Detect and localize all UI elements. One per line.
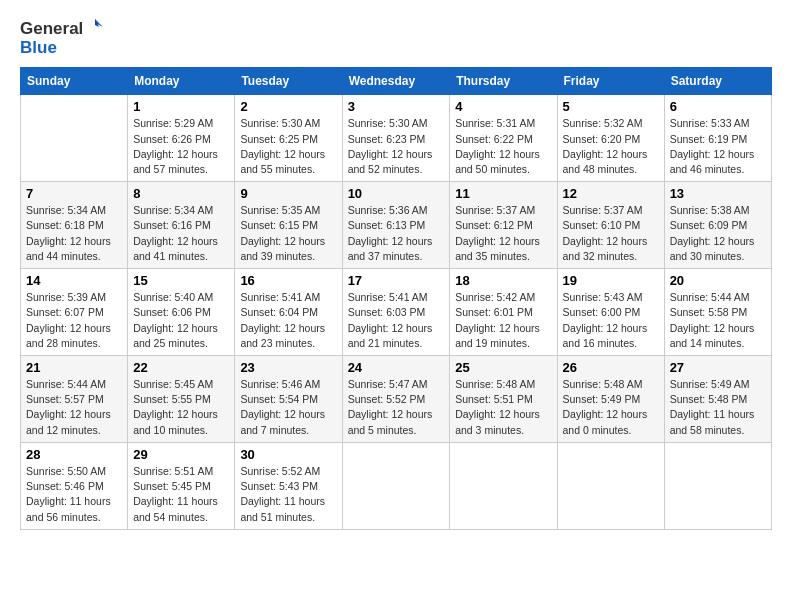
day-number: 6 bbox=[670, 99, 766, 114]
day-info: Sunrise: 5:51 AM Sunset: 5:45 PM Dayligh… bbox=[133, 464, 229, 525]
day-number: 19 bbox=[563, 273, 659, 288]
column-header-friday: Friday bbox=[557, 68, 664, 95]
calendar-cell bbox=[342, 442, 450, 529]
column-header-saturday: Saturday bbox=[664, 68, 771, 95]
day-number: 3 bbox=[348, 99, 445, 114]
day-number: 1 bbox=[133, 99, 229, 114]
day-number: 9 bbox=[240, 186, 336, 201]
header-row: SundayMondayTuesdayWednesdayThursdayFrid… bbox=[21, 68, 772, 95]
day-number: 12 bbox=[563, 186, 659, 201]
calendar-cell: 19Sunrise: 5:43 AM Sunset: 6:00 PM Dayli… bbox=[557, 269, 664, 356]
column-header-wednesday: Wednesday bbox=[342, 68, 450, 95]
day-info: Sunrise: 5:48 AM Sunset: 5:49 PM Dayligh… bbox=[563, 377, 659, 438]
day-number: 10 bbox=[348, 186, 445, 201]
calendar-cell: 13Sunrise: 5:38 AM Sunset: 6:09 PM Dayli… bbox=[664, 182, 771, 269]
calendar-cell: 23Sunrise: 5:46 AM Sunset: 5:54 PM Dayli… bbox=[235, 356, 342, 443]
week-row-2: 7Sunrise: 5:34 AM Sunset: 6:18 PM Daylig… bbox=[21, 182, 772, 269]
week-row-4: 21Sunrise: 5:44 AM Sunset: 5:57 PM Dayli… bbox=[21, 356, 772, 443]
calendar-cell: 30Sunrise: 5:52 AM Sunset: 5:43 PM Dayli… bbox=[235, 442, 342, 529]
day-number: 5 bbox=[563, 99, 659, 114]
calendar-cell: 20Sunrise: 5:44 AM Sunset: 5:58 PM Dayli… bbox=[664, 269, 771, 356]
calendar-cell: 24Sunrise: 5:47 AM Sunset: 5:52 PM Dayli… bbox=[342, 356, 450, 443]
day-info: Sunrise: 5:43 AM Sunset: 6:00 PM Dayligh… bbox=[563, 290, 659, 351]
calendar-cell: 5Sunrise: 5:32 AM Sunset: 6:20 PM Daylig… bbox=[557, 95, 664, 182]
day-number: 14 bbox=[26, 273, 122, 288]
day-number: 13 bbox=[670, 186, 766, 201]
day-number: 28 bbox=[26, 447, 122, 462]
day-info: Sunrise: 5:42 AM Sunset: 6:01 PM Dayligh… bbox=[455, 290, 551, 351]
day-info: Sunrise: 5:32 AM Sunset: 6:20 PM Dayligh… bbox=[563, 116, 659, 177]
day-number: 24 bbox=[348, 360, 445, 375]
day-info: Sunrise: 5:39 AM Sunset: 6:07 PM Dayligh… bbox=[26, 290, 122, 351]
day-number: 26 bbox=[563, 360, 659, 375]
day-info: Sunrise: 5:34 AM Sunset: 6:18 PM Dayligh… bbox=[26, 203, 122, 264]
calendar-cell: 14Sunrise: 5:39 AM Sunset: 6:07 PM Dayli… bbox=[21, 269, 128, 356]
day-number: 20 bbox=[670, 273, 766, 288]
day-info: Sunrise: 5:44 AM Sunset: 5:57 PM Dayligh… bbox=[26, 377, 122, 438]
day-info: Sunrise: 5:30 AM Sunset: 6:23 PM Dayligh… bbox=[348, 116, 445, 177]
calendar-cell: 4Sunrise: 5:31 AM Sunset: 6:22 PM Daylig… bbox=[450, 95, 557, 182]
day-info: Sunrise: 5:36 AM Sunset: 6:13 PM Dayligh… bbox=[348, 203, 445, 264]
day-info: Sunrise: 5:50 AM Sunset: 5:46 PM Dayligh… bbox=[26, 464, 122, 525]
calendar-cell: 7Sunrise: 5:34 AM Sunset: 6:18 PM Daylig… bbox=[21, 182, 128, 269]
day-info: Sunrise: 5:45 AM Sunset: 5:55 PM Dayligh… bbox=[133, 377, 229, 438]
day-number: 18 bbox=[455, 273, 551, 288]
day-info: Sunrise: 5:47 AM Sunset: 5:52 PM Dayligh… bbox=[348, 377, 445, 438]
day-number: 25 bbox=[455, 360, 551, 375]
column-header-monday: Monday bbox=[128, 68, 235, 95]
day-info: Sunrise: 5:41 AM Sunset: 6:03 PM Dayligh… bbox=[348, 290, 445, 351]
day-info: Sunrise: 5:41 AM Sunset: 6:04 PM Dayligh… bbox=[240, 290, 336, 351]
week-row-1: 1Sunrise: 5:29 AM Sunset: 6:26 PM Daylig… bbox=[21, 95, 772, 182]
calendar-cell: 6Sunrise: 5:33 AM Sunset: 6:19 PM Daylig… bbox=[664, 95, 771, 182]
calendar-cell: 22Sunrise: 5:45 AM Sunset: 5:55 PM Dayli… bbox=[128, 356, 235, 443]
day-number: 30 bbox=[240, 447, 336, 462]
day-number: 21 bbox=[26, 360, 122, 375]
calendar-cell: 21Sunrise: 5:44 AM Sunset: 5:57 PM Dayli… bbox=[21, 356, 128, 443]
calendar-cell: 10Sunrise: 5:36 AM Sunset: 6:13 PM Dayli… bbox=[342, 182, 450, 269]
calendar-cell: 27Sunrise: 5:49 AM Sunset: 5:48 PM Dayli… bbox=[664, 356, 771, 443]
logo: General Blue bbox=[20, 20, 105, 57]
day-number: 22 bbox=[133, 360, 229, 375]
day-info: Sunrise: 5:40 AM Sunset: 6:06 PM Dayligh… bbox=[133, 290, 229, 351]
calendar-cell: 25Sunrise: 5:48 AM Sunset: 5:51 PM Dayli… bbox=[450, 356, 557, 443]
page-header: General Blue bbox=[20, 20, 772, 57]
column-header-sunday: Sunday bbox=[21, 68, 128, 95]
calendar-cell: 1Sunrise: 5:29 AM Sunset: 6:26 PM Daylig… bbox=[128, 95, 235, 182]
logo-blue-text: Blue bbox=[20, 39, 57, 58]
day-info: Sunrise: 5:34 AM Sunset: 6:16 PM Dayligh… bbox=[133, 203, 229, 264]
day-info: Sunrise: 5:48 AM Sunset: 5:51 PM Dayligh… bbox=[455, 377, 551, 438]
day-number: 7 bbox=[26, 186, 122, 201]
day-number: 8 bbox=[133, 186, 229, 201]
calendar-cell: 12Sunrise: 5:37 AM Sunset: 6:10 PM Dayli… bbox=[557, 182, 664, 269]
calendar-cell: 11Sunrise: 5:37 AM Sunset: 6:12 PM Dayli… bbox=[450, 182, 557, 269]
day-number: 15 bbox=[133, 273, 229, 288]
calendar-table: SundayMondayTuesdayWednesdayThursdayFrid… bbox=[20, 67, 772, 529]
calendar-cell: 3Sunrise: 5:30 AM Sunset: 6:23 PM Daylig… bbox=[342, 95, 450, 182]
calendar-cell: 15Sunrise: 5:40 AM Sunset: 6:06 PM Dayli… bbox=[128, 269, 235, 356]
day-info: Sunrise: 5:37 AM Sunset: 6:10 PM Dayligh… bbox=[563, 203, 659, 264]
day-number: 23 bbox=[240, 360, 336, 375]
calendar-cell: 18Sunrise: 5:42 AM Sunset: 6:01 PM Dayli… bbox=[450, 269, 557, 356]
day-number: 2 bbox=[240, 99, 336, 114]
day-number: 17 bbox=[348, 273, 445, 288]
calendar-cell bbox=[557, 442, 664, 529]
calendar-cell: 9Sunrise: 5:35 AM Sunset: 6:15 PM Daylig… bbox=[235, 182, 342, 269]
day-info: Sunrise: 5:38 AM Sunset: 6:09 PM Dayligh… bbox=[670, 203, 766, 264]
day-number: 29 bbox=[133, 447, 229, 462]
day-number: 16 bbox=[240, 273, 336, 288]
day-number: 4 bbox=[455, 99, 551, 114]
calendar-cell bbox=[664, 442, 771, 529]
day-number: 11 bbox=[455, 186, 551, 201]
day-info: Sunrise: 5:49 AM Sunset: 5:48 PM Dayligh… bbox=[670, 377, 766, 438]
day-info: Sunrise: 5:35 AM Sunset: 6:15 PM Dayligh… bbox=[240, 203, 336, 264]
day-info: Sunrise: 5:44 AM Sunset: 5:58 PM Dayligh… bbox=[670, 290, 766, 351]
column-header-tuesday: Tuesday bbox=[235, 68, 342, 95]
calendar-cell: 16Sunrise: 5:41 AM Sunset: 6:04 PM Dayli… bbox=[235, 269, 342, 356]
calendar-cell: 26Sunrise: 5:48 AM Sunset: 5:49 PM Dayli… bbox=[557, 356, 664, 443]
day-info: Sunrise: 5:46 AM Sunset: 5:54 PM Dayligh… bbox=[240, 377, 336, 438]
day-number: 27 bbox=[670, 360, 766, 375]
day-info: Sunrise: 5:31 AM Sunset: 6:22 PM Dayligh… bbox=[455, 116, 551, 177]
column-header-thursday: Thursday bbox=[450, 68, 557, 95]
day-info: Sunrise: 5:30 AM Sunset: 6:25 PM Dayligh… bbox=[240, 116, 336, 177]
logo-general-text: General bbox=[20, 20, 83, 39]
